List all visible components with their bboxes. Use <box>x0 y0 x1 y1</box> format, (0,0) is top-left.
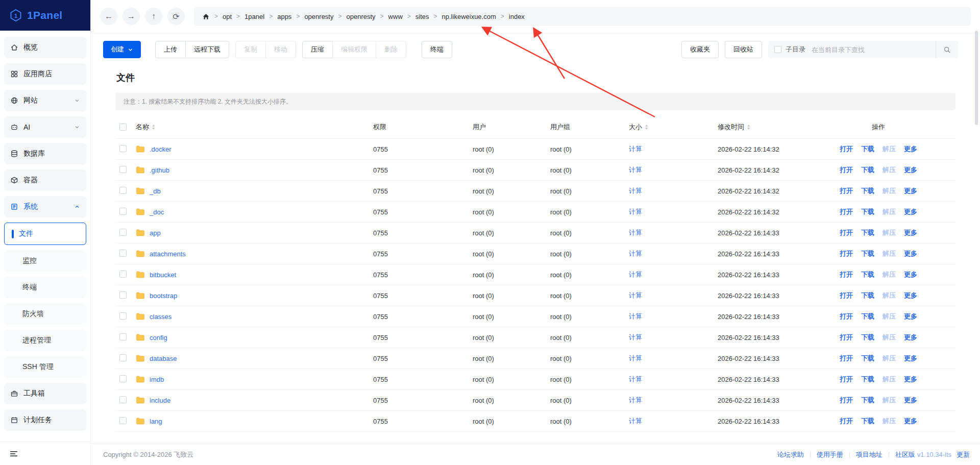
sidebar-item-database[interactable]: 数据库 <box>4 143 86 164</box>
download-action[interactable]: 下载 <box>861 417 874 426</box>
row-checkbox[interactable] <box>119 145 127 152</box>
download-action[interactable]: 下载 <box>861 396 874 405</box>
back-button[interactable]: ← <box>100 8 117 25</box>
more-action[interactable]: 更多 <box>904 417 917 426</box>
open-action[interactable]: 打开 <box>840 249 853 258</box>
sidebar-item-ai[interactable]: AI <box>4 116 86 138</box>
subdirectory-toggle[interactable]: 子目录 <box>768 45 812 54</box>
breadcrumb-item[interactable]: www <box>388 13 403 20</box>
file-name-link[interactable]: imdb <box>150 376 164 383</box>
size-calculate-link[interactable]: 计算 <box>629 187 642 194</box>
sidebar-item-website[interactable]: 网站 <box>4 90 86 111</box>
file-name-link[interactable]: .github <box>150 166 169 174</box>
create-button[interactable]: 创建 <box>103 41 141 58</box>
row-checkbox[interactable] <box>119 291 127 299</box>
more-action[interactable]: 更多 <box>904 354 917 363</box>
more-action[interactable]: 更多 <box>904 249 917 258</box>
row-checkbox[interactable] <box>119 312 127 320</box>
breadcrumb-item[interactable]: apps <box>277 13 291 20</box>
download-action[interactable]: 下载 <box>861 144 874 154</box>
sidebar-item-system[interactable]: 系统 <box>4 196 86 217</box>
breadcrumb-item[interactable]: openresty <box>347 13 376 20</box>
header-mtime[interactable]: 修改时间 ▲▼ <box>718 123 837 132</box>
file-name-link[interactable]: database <box>150 355 177 362</box>
more-action[interactable]: 更多 <box>904 228 917 237</box>
row-checkbox[interactable] <box>119 333 127 340</box>
select-all-checkbox[interactable] <box>119 124 127 131</box>
project-link[interactable]: 项目地址 <box>850 450 889 459</box>
open-action[interactable]: 打开 <box>840 312 853 321</box>
download-action[interactable]: 下载 <box>861 270 874 279</box>
open-action[interactable]: 打开 <box>840 207 853 216</box>
download-action[interactable]: 下载 <box>861 186 874 195</box>
open-action[interactable]: 打开 <box>840 375 853 384</box>
size-calculate-link[interactable]: 计算 <box>629 375 642 383</box>
file-name-link[interactable]: _db <box>150 187 161 195</box>
download-action[interactable]: 下载 <box>861 312 874 321</box>
update-link[interactable]: 更新 <box>952 450 970 459</box>
sidebar-item-ssh[interactable]: SSH 管理 <box>4 356 86 378</box>
download-action[interactable]: 下载 <box>861 228 874 237</box>
breadcrumb-item[interactable]: sites <box>415 13 429 20</box>
more-action[interactable]: 更多 <box>904 186 917 195</box>
size-calculate-link[interactable]: 计算 <box>629 312 642 320</box>
more-action[interactable]: 更多 <box>904 144 917 154</box>
terminal-button[interactable]: 终端 <box>422 41 452 58</box>
sidebar-item-files[interactable]: 文件 <box>4 223 86 245</box>
manual-link[interactable]: 使用手册 <box>811 450 849 459</box>
size-calculate-link[interactable]: 计算 <box>629 250 642 257</box>
size-calculate-link[interactable]: 计算 <box>629 333 642 341</box>
file-name-link[interactable]: bitbucket <box>150 271 176 279</box>
sidebar-item-cron[interactable]: 计划任务 <box>4 409 86 431</box>
header-size[interactable]: 大小 ▲▼ <box>629 123 718 132</box>
more-action[interactable]: 更多 <box>904 312 917 321</box>
row-checkbox[interactable] <box>119 354 127 361</box>
sidebar-item-process[interactable]: 进程管理 <box>4 330 86 351</box>
sidebar-item-firewall[interactable]: 防火墙 <box>4 303 86 325</box>
subdirectory-checkbox[interactable] <box>774 46 781 53</box>
open-action[interactable]: 打开 <box>840 270 853 279</box>
download-action[interactable]: 下载 <box>861 165 874 175</box>
file-name-link[interactable]: .docker <box>150 145 172 153</box>
sidebar-item-monitor[interactable]: 监控 <box>4 250 86 272</box>
open-action[interactable]: 打开 <box>840 396 853 405</box>
forum-help-link[interactable]: 论坛求助 <box>771 450 810 459</box>
app-logo[interactable]: 1 1Panel <box>0 0 90 31</box>
file-name-link[interactable]: app <box>150 229 161 237</box>
breadcrumb-item[interactable]: np.likeweixue.com <box>442 13 496 20</box>
breadcrumb-item[interactable]: openresty <box>304 13 333 20</box>
more-action[interactable]: 更多 <box>904 207 917 216</box>
open-action[interactable]: 打开 <box>840 228 853 237</box>
open-action[interactable]: 打开 <box>840 186 853 195</box>
sidebar-item-toolbox[interactable]: 工具箱 <box>4 383 86 404</box>
upload-button[interactable]: 上传 <box>155 41 186 58</box>
sidebar-item-terminal[interactable]: 终端 <box>4 277 86 298</box>
file-name-link[interactable]: classes <box>150 313 172 321</box>
more-action[interactable]: 更多 <box>904 333 917 342</box>
sidebar-item-appstore[interactable]: 应用商店 <box>4 63 86 85</box>
download-action[interactable]: 下载 <box>861 333 874 342</box>
row-checkbox[interactable] <box>119 396 127 403</box>
breadcrumb-item[interactable]: index <box>509 13 525 20</box>
edition-link[interactable]: 社区版 <box>889 450 917 459</box>
sidebar-item-container[interactable]: 容器 <box>4 169 86 191</box>
size-calculate-link[interactable]: 计算 <box>629 354 642 362</box>
file-name-link[interactable]: bootstrap <box>150 292 177 300</box>
more-action[interactable]: 更多 <box>904 375 917 384</box>
more-action[interactable]: 更多 <box>904 165 917 175</box>
size-calculate-link[interactable]: 计算 <box>629 417 642 425</box>
file-name-link[interactable]: include <box>150 397 170 404</box>
size-calculate-link[interactable]: 计算 <box>629 271 642 278</box>
row-checkbox[interactable] <box>119 208 127 215</box>
download-action[interactable]: 下载 <box>861 354 874 363</box>
more-action[interactable]: 更多 <box>904 396 917 405</box>
remote-download-button[interactable]: 远程下载 <box>185 41 229 58</box>
row-checkbox[interactable] <box>119 375 127 382</box>
size-calculate-link[interactable]: 计算 <box>629 166 642 174</box>
download-action[interactable]: 下载 <box>861 291 874 300</box>
sidebar-collapse-button[interactable] <box>0 442 90 465</box>
download-action[interactable]: 下载 <box>861 249 874 258</box>
open-action[interactable]: 打开 <box>840 291 853 300</box>
recycle-bin-button[interactable]: 回收站 <box>725 41 762 58</box>
open-action[interactable]: 打开 <box>840 165 853 175</box>
